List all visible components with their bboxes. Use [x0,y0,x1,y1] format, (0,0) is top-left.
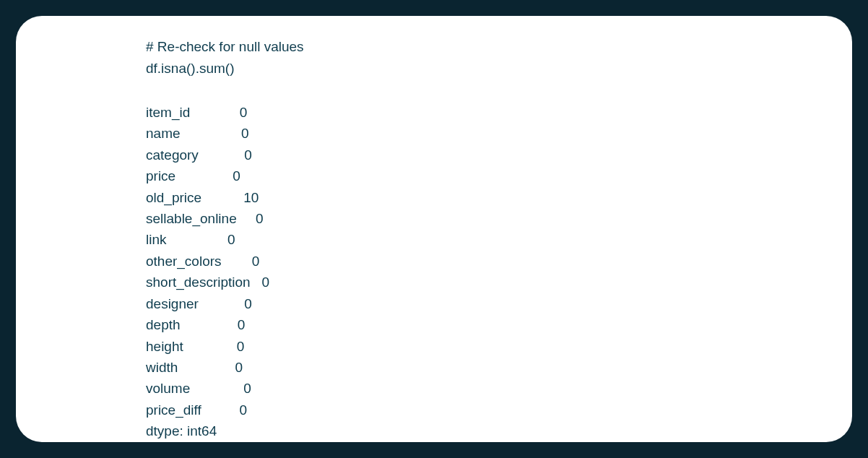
code-output-card: # Re-check for null values df.isna().sum… [16,16,852,442]
output-row: price_diff 0 [146,399,722,420]
output-block: item_id 0name 0category 0price 0old_pric… [146,102,722,421]
output-row: other_colors 0 [146,251,722,272]
dtype-line: dtype: int64 [146,420,722,441]
code-comment: # Re-check for null values [146,36,722,58]
blank-line [146,80,722,102]
output-row: price 0 [146,165,722,186]
output-row: designer 0 [146,293,722,314]
output-row: depth 0 [146,314,722,335]
output-row: short_description 0 [146,272,722,293]
output-row: item_id 0 [146,102,722,123]
output-row: width 0 [146,357,722,378]
output-row: name 0 [146,123,722,144]
code-statement: df.isna().sum() [146,58,722,79]
output-row: volume 0 [146,378,722,399]
output-row: sellable_online 0 [146,208,722,229]
output-row: old_price 10 [146,187,722,208]
output-row: category 0 [146,144,722,165]
output-row: height 0 [146,336,722,357]
output-row: link 0 [146,229,722,250]
